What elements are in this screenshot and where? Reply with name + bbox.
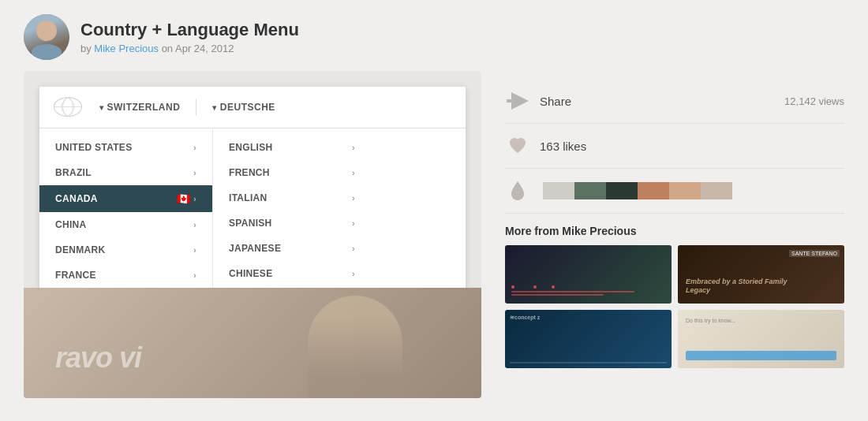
- share-row: Share 12,142 views: [505, 79, 844, 124]
- language-item-spanish[interactable]: SPANISH›: [213, 210, 371, 236]
- world-icon: [52, 96, 84, 118]
- likes-row: 163 likes: [505, 124, 844, 169]
- color-swatch: [669, 182, 701, 199]
- menu-topbar: ▾ SWITZERLAND ▾ DEUTSCHE: [39, 87, 466, 129]
- share-label[interactable]: Share: [540, 95, 571, 108]
- country-item-denmark[interactable]: DENMARK›: [39, 237, 212, 263]
- language-item-chinese[interactable]: CHINESE›: [213, 261, 371, 286]
- language-item-italian[interactable]: ITALIAN›: [213, 185, 371, 210]
- thumbnail-3[interactable]: ≋concept z: [505, 310, 672, 368]
- color-swatch: [638, 182, 669, 199]
- language-item-japanese[interactable]: JAPANESE›: [213, 236, 371, 261]
- more-title: More from Mike Precious: [505, 225, 844, 237]
- preview-text: ravo vi: [55, 341, 141, 374]
- main-content: ▾ SWITZERLAND ▾ DEUTSCHE UNITED STATES›B…: [0, 71, 868, 418]
- color-swatch: [606, 182, 638, 199]
- language-item-french[interactable]: FRENCH›: [213, 160, 371, 185]
- color-swatch: [543, 182, 574, 199]
- more-section: More from Mike Precious SANTE STEFANO Em…: [505, 225, 844, 368]
- author-link[interactable]: Mike Precious: [94, 43, 159, 54]
- thumbnail-2[interactable]: SANTE STEFANO Embraced by a Storied Fami…: [678, 245, 844, 304]
- thumbnail-4[interactable]: Do this try to know...: [678, 310, 844, 368]
- thumbnail-1[interactable]: [505, 245, 672, 304]
- country-item-china[interactable]: CHINA›: [39, 212, 212, 237]
- color-swatch: [574, 182, 606, 199]
- preview-bottom-image: ravo vi: [24, 288, 481, 398]
- drop-icon: [505, 178, 530, 203]
- color-swatches: [543, 182, 732, 199]
- right-panel: Share 12,142 views 163 likes: [505, 71, 844, 418]
- svg-rect-4: [507, 99, 514, 102]
- likes-label[interactable]: 163 likes: [540, 140, 586, 153]
- country-item-canada[interactable]: CANADA🇨🇦›: [39, 185, 212, 212]
- country-item-brazil[interactable]: BRAZIL›: [39, 160, 212, 185]
- current-language[interactable]: ▾ DEUTSCHE: [212, 102, 275, 113]
- avatar: [24, 14, 69, 60]
- color-swatch: [701, 182, 732, 199]
- page-title: Country + Language Menu: [80, 20, 299, 40]
- colors-row: [505, 169, 844, 214]
- preview-container: ▾ SWITZERLAND ▾ DEUTSCHE UNITED STATES›B…: [24, 71, 481, 398]
- heart-icon: [505, 133, 530, 158]
- language-item-english[interactable]: ENGLISH›: [213, 135, 371, 160]
- share-icon: [505, 88, 530, 114]
- current-country[interactable]: ▾ SWITZERLAND: [99, 102, 180, 113]
- views-count: 12,142 views: [784, 95, 844, 107]
- country-item-france[interactable]: FRANCE›: [39, 263, 212, 288]
- page-header: Country + Language Menu by Mike Precious…: [0, 0, 868, 71]
- thumbnails-grid: SANTE STEFANO Embraced by a Storied Fami…: [505, 245, 844, 368]
- header-meta: by Mike Precious on Apr 24, 2012: [80, 43, 299, 54]
- person-silhouette: [308, 296, 402, 398]
- country-item-united-states[interactable]: UNITED STATES›: [39, 135, 212, 160]
